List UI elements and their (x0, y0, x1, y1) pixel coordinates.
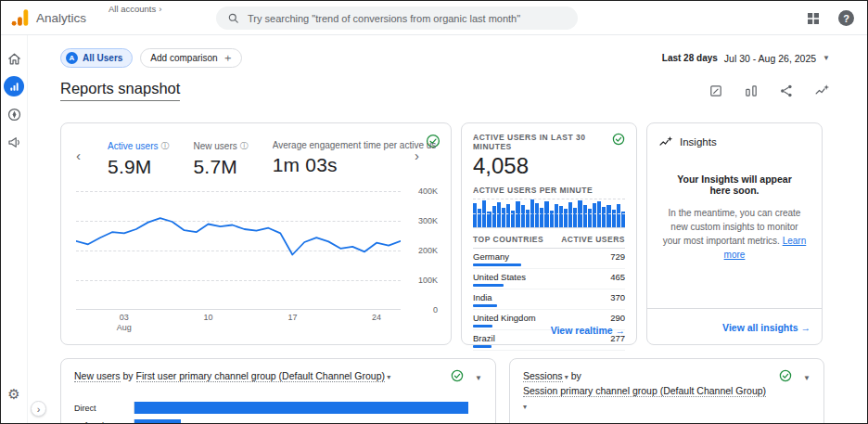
country-active-users: 290 (610, 313, 625, 323)
country-row: United States465 (473, 269, 625, 289)
view-realtime-link[interactable]: View realtime → (551, 325, 625, 336)
minute-bar (621, 212, 625, 227)
sessions-table-header: SESSION PRIMARY CHANNEL GROUP (D... SESS… (523, 422, 811, 423)
green-check-icon (779, 369, 792, 382)
topbar-actions: ? (805, 1, 854, 35)
all-users-chip[interactable]: A All Users (60, 48, 133, 68)
admin-gear-icon[interactable]: ⚙ (1, 386, 27, 403)
channel-label: Referral (74, 421, 134, 424)
minute-bar (588, 209, 592, 227)
dimension-selector[interactable]: First user primary channel group (Defaul… (136, 370, 385, 382)
nav-expand-button[interactable]: › (31, 401, 46, 417)
active-users-line-chart: 400K300K200K100K0 03Aug101724 (74, 191, 438, 332)
metric-new-users[interactable]: New users ⓘ 5.7M (193, 140, 248, 178)
info-icon: ⓘ (240, 140, 249, 152)
all-users-label: All Users (83, 53, 122, 63)
plus-icon: ＋ (223, 50, 234, 66)
minute-bar (583, 205, 587, 227)
link-label: View realtime (551, 325, 613, 336)
minute-bar (530, 199, 534, 227)
data-quality-badge[interactable] (451, 369, 464, 386)
main-content: A All Users Add comparison ＋ Last 28 day… (28, 35, 867, 423)
card-menu-caret-icon[interactable]: ▼ (803, 374, 811, 382)
search-input[interactable]: Try searching "trend of conversions from… (216, 6, 578, 30)
dimension-selector[interactable]: Session primary channel group (Default C… (523, 385, 766, 397)
col-sessions: SESSIONS (767, 422, 811, 423)
compare-icon[interactable] (743, 83, 760, 99)
metric-active-users[interactable]: Active users ⓘ 5.9M (108, 140, 169, 178)
green-check-icon (612, 133, 625, 146)
card-title: Sessions ▾ by Session primary channel gr… (523, 369, 770, 414)
per-minute-bars (473, 199, 625, 228)
share-icon[interactable] (778, 83, 795, 99)
grid-squares-icon (807, 12, 820, 25)
chevron-left-icon[interactable]: ‹ (76, 149, 81, 162)
metric-selector[interactable]: New users (74, 370, 121, 382)
note-icon[interactable] (708, 83, 724, 99)
metric-selector[interactable]: Sessions (523, 370, 563, 382)
link-label: View all insights (722, 322, 798, 333)
minute-bar (497, 202, 501, 227)
country-active-users: 465 (610, 272, 625, 282)
y-tick: 400K (418, 186, 438, 196)
minute-bar (612, 210, 616, 227)
card-title: New users by First user primary channel … (74, 369, 390, 384)
x-tick: 10 (203, 313, 212, 323)
channel-bar-row: Referral (74, 417, 482, 423)
x-axis-labels: 03Aug101724 (76, 313, 401, 333)
green-check-icon (451, 369, 464, 382)
data-quality-badge[interactable] (779, 369, 792, 386)
minute-bar (602, 207, 606, 227)
minute-bar (473, 203, 477, 227)
title-by: by (121, 370, 136, 381)
new-users-by-channel-card: New users by First user primary channel … (60, 358, 496, 423)
minute-bar (568, 202, 572, 227)
nav-advertising[interactable] (4, 132, 24, 152)
chevron-right-icon[interactable]: › (415, 149, 419, 162)
page-title[interactable]: Reports snapshot (60, 80, 180, 101)
help-icon[interactable]: ? (838, 10, 854, 26)
country-name: Brazil (473, 333, 495, 343)
y-axis-labels: 400K300K200K100K0 (406, 186, 438, 315)
channel-bars: DirectReferral (74, 399, 482, 423)
ga-logo[interactable]: Analytics (10, 7, 86, 28)
view-all-insights-link[interactable]: View all insights → (722, 322, 811, 333)
org-grid-icon[interactable] (805, 10, 822, 27)
minute-bar (617, 204, 620, 227)
nav-home[interactable] (4, 48, 24, 69)
countries-table-header: TOP COUNTRIES ACTIVE USERS (473, 235, 625, 249)
y-tick: 100K (418, 276, 438, 285)
metric-value: 5.7M (193, 156, 248, 178)
bar-track (134, 402, 482, 414)
minute-bar (555, 204, 558, 227)
bar-chart-icon (8, 81, 20, 93)
metric-avg-engagement[interactable]: Average engagement time per active us 1m… (273, 140, 437, 178)
account-switcher[interactable]: All accounts › (108, 4, 161, 14)
add-comparison-chip[interactable]: Add comparison ＋ (140, 48, 241, 68)
analytics-app-window: Analytics All accounts › Try searching "… (0, 0, 868, 424)
date-range-picker[interactable]: Last 28 days Jul 30 - Aug 26, 2025 ▼ (662, 53, 830, 64)
line-chart-plot (76, 191, 401, 310)
metrics-overview-card: ‹ Active users ⓘ 5.9M New users ⓘ (60, 122, 452, 345)
y-tick: 0 (433, 305, 438, 315)
minute-bar (478, 209, 481, 227)
insights-headline: Your Insights will appear here soon. (647, 173, 822, 196)
channel-bar (134, 402, 468, 414)
nav-explore[interactable] (4, 104, 24, 124)
x-tick: 17 (287, 313, 297, 323)
app-name: Analytics (36, 11, 86, 25)
bar-track (134, 419, 482, 423)
country-bar (473, 284, 504, 287)
card-menu-caret-icon[interactable]: ▼ (475, 374, 482, 382)
google-analytics-logo-icon (10, 7, 30, 28)
arrow-right-icon: → (616, 325, 626, 336)
data-quality-badge[interactable] (612, 133, 625, 149)
country-name: India (473, 292, 492, 302)
channel-bar-row: Direct (74, 399, 482, 417)
col-dimension: SESSION PRIMARY CHANNEL GROUP (D... (523, 422, 701, 423)
nav-reports-selected[interactable] (4, 76, 24, 96)
minute-bar (521, 205, 525, 227)
insights-sparkle-icon[interactable] (813, 83, 830, 99)
minute-bar (544, 201, 548, 227)
minute-bar (511, 211, 515, 227)
